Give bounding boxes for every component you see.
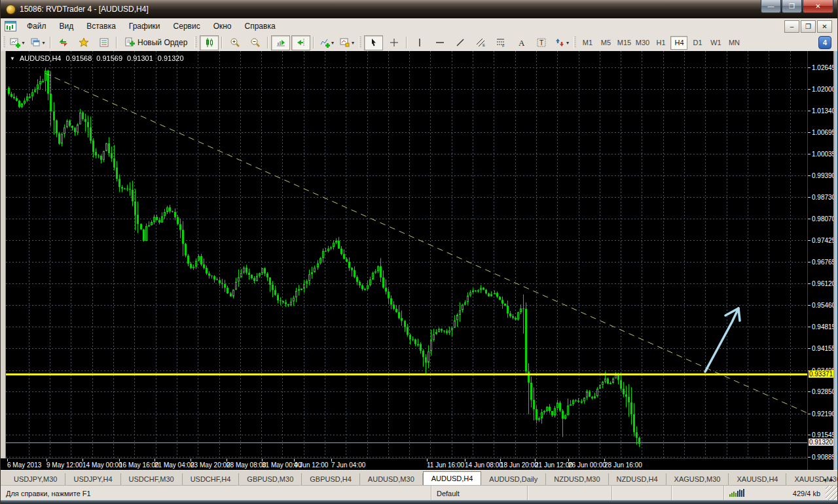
equidistant-channel-button[interactable]: E (471, 35, 490, 50)
dropdown-arrow-icon[interactable]: ▾ (331, 40, 334, 46)
time-label: 6 May 2013 (7, 461, 41, 469)
timeframe-D1[interactable]: D1 (689, 36, 706, 50)
maximize-button[interactable]: ❐ (782, 0, 802, 13)
zoom-out-button[interactable] (246, 35, 264, 50)
price-tick (808, 67, 811, 68)
tab-USDCHF,H4[interactable]: USDCHF,H4 (183, 473, 240, 486)
child-close-button[interactable]: ✕ (817, 20, 832, 33)
star-icon (79, 37, 89, 48)
symbols-button[interactable] (54, 35, 73, 50)
toolbar-grip[interactable] (3, 37, 5, 48)
app-icon (6, 5, 16, 14)
favorites-button[interactable] (74, 35, 93, 50)
time-label: 28 Jun 16:00 (604, 461, 642, 469)
timeframe-W1[interactable]: W1 (707, 36, 724, 50)
tab-NZDUSD,M30[interactable]: NZDUSD,M30 (546, 473, 608, 486)
status-profile[interactable]: Default (431, 486, 527, 501)
crosshair-button[interactable] (384, 35, 403, 50)
chart-window-icon[interactable] (5, 21, 16, 31)
child-minimize-button[interactable]: – (784, 20, 799, 33)
profiles-button[interactable]: ▾ (28, 35, 47, 50)
price-tick (808, 219, 811, 219)
client-edge-left (1, 51, 6, 470)
tab-XAGUSD,M30[interactable]: XAGUSD,M30 (666, 473, 729, 486)
candles-mode-button[interactable] (200, 35, 219, 50)
child-restore-button[interactable]: ❐ (801, 20, 816, 33)
toolbar-grip[interactable] (359, 37, 361, 48)
toolbar-grip[interactable] (574, 37, 576, 48)
menu-Графики[interactable]: Графики (122, 20, 167, 33)
chart-close: 0.91320 (158, 54, 184, 62)
menu-Справка[interactable]: Справка (238, 20, 282, 33)
timeframe-M15[interactable]: M15 (615, 36, 632, 50)
timeframe-H4[interactable]: H4 (670, 36, 687, 50)
new-order-button[interactable]: Новый Ордер (120, 35, 192, 50)
price-label: 1.01340 (812, 107, 835, 115)
auto-scroll-button[interactable] (271, 35, 290, 50)
horizontal-line-button[interactable] (430, 35, 449, 50)
time-label: 16 May 16:00 (119, 461, 159, 469)
chart-canvas[interactable] (6, 51, 807, 458)
tab-AUDUSD,M30[interactable]: AUDUSD,M30 (360, 473, 423, 486)
menu-Файл[interactable]: Файл (20, 20, 53, 33)
tab-USDJPY,M30[interactable]: USDJPY,M30 (6, 473, 65, 486)
connection-bars-icon (729, 488, 745, 498)
fibonacci-button[interactable]: F (491, 35, 510, 50)
templates-button[interactable]: ▾ (337, 35, 356, 50)
tab-scroll-left-icon[interactable]: ◂ (823, 476, 826, 483)
dropdown-arrow-icon[interactable]: ▾ (42, 40, 45, 46)
tab-scroll-right-icon[interactable]: ▸ (830, 476, 833, 483)
time-axis[interactable]: 6 May 20139 May 12:0014 May 00:0016 May … (1, 458, 807, 471)
current-price-badge: 0.91320 (809, 439, 833, 446)
tab-GBPUSD,H4[interactable]: GBPUSD,H4 (302, 473, 360, 486)
tab-USDCHF,M30[interactable]: USDCHF,M30 (121, 473, 183, 486)
price-label: 0.96765 (812, 259, 835, 266)
time-label: 21 Jun 12:00 (535, 461, 573, 469)
status-panel-empty (527, 486, 611, 501)
status-panel-empty (611, 486, 671, 501)
market-watch-button[interactable] (94, 35, 113, 50)
chart-plot[interactable]: ▼ AUDUSD,H4 0.91568 0.91569 0.91301 0.91… (6, 51, 807, 458)
zoom-in-button[interactable] (225, 35, 244, 50)
tab-NZDUSD,H4[interactable]: NZDUSD,H4 (609, 473, 666, 486)
close-button[interactable]: ✕ (803, 0, 833, 13)
trendline-button[interactable] (450, 35, 469, 50)
notification-badge[interactable]: 4 (818, 36, 831, 49)
dropdown-arrow-icon[interactable]: ▾ (352, 40, 354, 46)
vertical-line-button[interactable] (410, 35, 429, 50)
timeframe-MN[interactable]: MN (725, 36, 742, 50)
titlebar: 15086: RVDTrader 4 - [AUDUSD,H4] — ❐ ✕ (1, 0, 837, 18)
timeframe-M1[interactable]: M1 (579, 36, 596, 50)
price-axis[interactable]: 1.026451.020001.013401.006951.000350.993… (807, 51, 833, 470)
text-button[interactable]: A (511, 35, 530, 50)
timeframe-M5[interactable]: M5 (597, 36, 614, 50)
menu-Сервис[interactable]: Сервис (167, 20, 207, 33)
dropdown-arrow-icon[interactable]: ▾ (566, 40, 569, 46)
indicators-button[interactable]: ▾ (317, 35, 336, 50)
cursor-button[interactable] (364, 35, 383, 50)
timeframe-M30[interactable]: M30 (634, 36, 651, 50)
time-label: 18 Jun 20:00 (500, 461, 538, 469)
tab-XAUUSD,H4[interactable]: XAUUSD,H4 (729, 473, 786, 486)
application-window: 15086: RVDTrader 4 - [AUDUSD,H4] — ❐ ✕ Ф… (0, 0, 838, 504)
arrows-button[interactable]: ▾ (552, 35, 571, 50)
minimize-button[interactable]: — (761, 0, 781, 13)
chart-ohlc-header: ▼ AUDUSD,H4 0.91568 0.91569 0.91301 0.91… (10, 54, 184, 62)
resize-grip[interactable] (826, 486, 837, 501)
chart-shift-button[interactable] (291, 35, 310, 50)
price-label: 0.92190 (812, 410, 835, 418)
text-label-button[interactable]: T (532, 35, 551, 50)
tab-AUDUSD,H4[interactable]: AUDUSD,H4 (423, 471, 482, 486)
dropdown-arrow-icon[interactable]: ▾ (22, 40, 24, 46)
toolbar-separator (116, 37, 117, 48)
menu-Окно[interactable]: Окно (207, 20, 238, 33)
tab-USDJPY,H4[interactable]: USDJPY,H4 (65, 473, 120, 486)
toolbar-grip[interactable] (194, 37, 197, 48)
tab-GBPUSD,M30[interactable]: GBPUSD,M30 (239, 473, 302, 486)
tab-AUDUSD,Daily[interactable]: AUDUSD,Daily (481, 473, 546, 486)
new-chart-button[interactable]: ▾ (8, 35, 27, 50)
menu-Вид[interactable]: Вид (53, 20, 81, 33)
menu-Вставка[interactable]: Вставка (80, 20, 122, 33)
chevron-down-icon[interactable]: ▼ (10, 56, 15, 62)
timeframe-H1[interactable]: H1 (652, 36, 669, 50)
